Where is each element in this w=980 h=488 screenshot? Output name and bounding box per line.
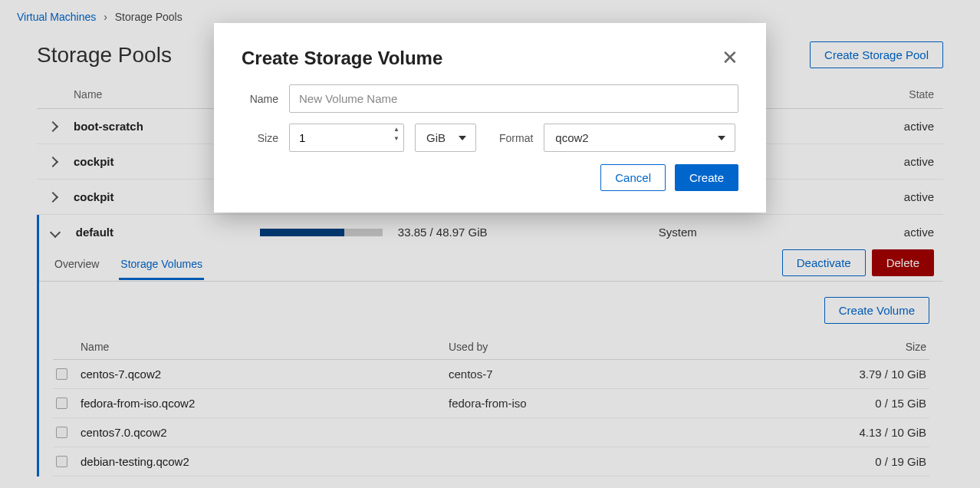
unit-value: GiB [426,131,446,144]
format-select[interactable]: qcow2 [544,124,735,152]
cancel-button[interactable]: Cancel [600,164,666,191]
modal-title: Create Storage Volume [242,48,442,69]
format-value: qcow2 [555,131,588,144]
create-volume-modal: Create Storage Volume ✕ Name Size ▲ ▼ Gi… [214,23,766,213]
format-label: Format [499,132,533,144]
create-button[interactable]: Create [675,164,738,191]
spinner-down-icon[interactable]: ▼ [392,136,401,145]
name-label: Name [242,93,278,105]
size-input[interactable] [289,124,404,152]
size-label: Size [242,132,278,144]
unit-select[interactable]: GiB [415,124,476,152]
volume-name-input[interactable] [289,84,738,113]
caret-down-icon [459,136,466,140]
close-icon[interactable]: ✕ [722,48,738,68]
caret-down-icon [718,136,725,140]
